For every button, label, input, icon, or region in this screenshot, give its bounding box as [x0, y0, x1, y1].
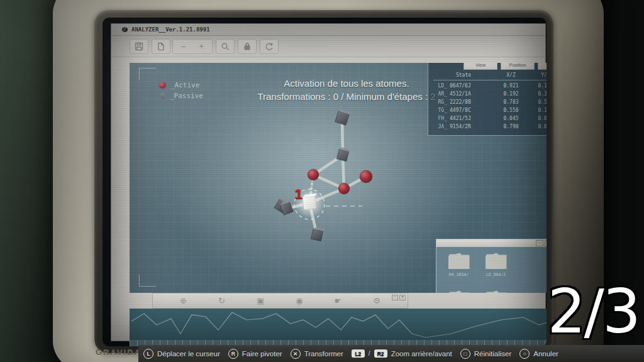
page-icon: [157, 42, 165, 51]
table-cell: 0.320: [528, 91, 547, 97]
folder-icon: [448, 291, 470, 293]
folder-item[interactable]: LD_96A/2: [477, 250, 514, 287]
table-cell: RG_: [433, 99, 450, 105]
table-cell: 0.183: [528, 107, 547, 113]
hand-icon[interactable]: ☛: [335, 296, 342, 305]
column-state: State: [433, 72, 494, 78]
cross-button-icon: ✕: [291, 349, 301, 359]
panel-titlebar: – ✕: [436, 239, 547, 247]
table-cell: 0.192: [494, 91, 528, 97]
folders-panel: – ✕ R4_3854/LD_96A/2JA_9154RG_8374/GG_44…: [436, 239, 547, 293]
rotate-icon[interactable]: ↻: [218, 296, 225, 305]
box-select-icon[interactable]: ▣: [257, 296, 264, 305]
table-tab-edit[interactable]: Edit: [538, 63, 547, 70]
table-cell: 0.790: [494, 124, 528, 129]
lock-icon: [243, 42, 252, 51]
screen-glow: [174, 72, 469, 293]
new-document-button[interactable]: [152, 39, 170, 54]
save-button[interactable]: [130, 39, 148, 54]
close-button[interactable]: ✕: [399, 295, 406, 300]
viewer-toolbar-icons: ⊕↻▣◉☛⚙: [153, 293, 408, 308]
control-hint-label: Faire pivoter: [242, 350, 282, 358]
analyzer-logo-icon: [121, 26, 128, 33]
table-cell: 4512/1A: [450, 91, 494, 97]
reset-view-button[interactable]: [260, 39, 279, 54]
table-cell: 0.153: [528, 83, 547, 89]
control-hint: ○Annuler: [519, 349, 558, 359]
table-tab-view[interactable]: View: [464, 63, 497, 70]
state-table-panel: – ✕ ViewPositionEdit State X/Z Y/Z LD_06…: [428, 63, 547, 136]
active-atom[interactable]: [360, 170, 372, 183]
folder-item[interactable]: RG_8374/: [477, 287, 514, 293]
control-hint-label: Annuler: [533, 350, 558, 358]
r-stick-icon: R: [228, 349, 238, 359]
viewer-toolbar: ⊕↻▣◉☛⚙ – ✕: [152, 293, 408, 309]
active-atom[interactable]: [308, 169, 319, 180]
control-hint: □Réinitialiser: [460, 349, 511, 359]
table-tab-position[interactable]: Position: [501, 63, 535, 70]
minimize-button[interactable]: –: [392, 295, 398, 300]
table-cell: AR_: [433, 91, 450, 97]
table-cell: JA_: [433, 124, 450, 129]
eye-icon[interactable]: ◉: [296, 296, 303, 305]
table-tab-bar: ViewPositionEdit: [464, 63, 547, 70]
window-title: ANALYZER__Ver.1.21.8991: [131, 26, 210, 33]
table-cell: 0647/6J: [450, 83, 494, 89]
table-cell: 0.550: [494, 107, 528, 113]
table-body: LD_0647/6J0.9210.153AR_4512/1A0.1920.320…: [433, 82, 547, 131]
table-cell: 0.783: [494, 99, 528, 105]
minimize-button[interactable]: –: [536, 240, 543, 246]
zoom-out-label[interactable]: –: [181, 42, 186, 51]
control-hint: L2/R2Zoom arrière/avant: [352, 349, 452, 358]
puzzle-progress: 2/3: [548, 282, 640, 342]
l-stick-icon: L: [143, 349, 153, 359]
folder-item[interactable]: JA_9154: [440, 287, 477, 293]
table-cell: 0.634: [528, 124, 547, 129]
table-row[interactable]: AR_4512/1A0.1920.320: [433, 90, 547, 98]
zoom-stepper[interactable]: – +: [172, 39, 213, 54]
table-cell: 2222/8B: [450, 99, 494, 105]
folder-grid: R4_3854/LD_96A/2JA_9154RG_8374/GG_4497/: [440, 250, 547, 293]
table-cell: 9154/2R: [450, 124, 494, 129]
magnifier-icon: [221, 42, 230, 51]
control-hints: LDéplacer le curseurRFaire pivoter✕Trans…: [143, 349, 558, 359]
column-xz: X/Z: [494, 72, 528, 78]
table-cell: LD_: [433, 83, 450, 89]
close-button[interactable]: ✕: [545, 240, 547, 246]
table-row[interactable]: RG_2222/8B0.7830.594: [433, 98, 547, 106]
zoom-in-label[interactable]: +: [199, 42, 204, 51]
monitor-brand: GRAVIDA: [96, 348, 142, 357]
table-row[interactable]: TG_4497/8C0.5500.183: [433, 106, 547, 114]
table-cell: FH_: [433, 116, 450, 121]
analyzer-window: ANALYZER__Ver.1.21.8991 – +: [111, 23, 546, 341]
lock-button[interactable]: [238, 39, 257, 54]
search-button[interactable]: [216, 39, 235, 54]
folder-label: LD_96A/2: [486, 272, 506, 277]
table-cell: TG_: [433, 107, 450, 113]
r2-button-icon: R2: [374, 349, 387, 358]
gear-icon[interactable]: ⚙: [373, 296, 380, 305]
floppy-icon: [135, 42, 143, 51]
active-atom[interactable]: [338, 183, 350, 194]
table-row[interactable]: LD_0647/6J0.9210.153: [433, 82, 547, 90]
move-icon[interactable]: ⊕: [180, 296, 187, 305]
waveform-strip: [130, 309, 547, 346]
control-hint: RFaire pivoter: [228, 349, 282, 359]
table-row[interactable]: JA_9154/2R0.7900.634: [433, 123, 547, 131]
folder-icon: [486, 291, 507, 293]
control-hint: LDéplacer le curseur: [143, 349, 220, 359]
control-hint-label: Déplacer le curseur: [157, 350, 220, 358]
control-hint-label: Zoom arrière/avant: [391, 350, 452, 358]
table-header: State X/Z Y/Z: [433, 72, 547, 78]
square-button-icon: □: [460, 349, 470, 359]
folder-item[interactable]: R4_3854/: [440, 250, 477, 287]
folder-icon: [486, 253, 507, 269]
selected-atom-number: 1: [294, 186, 302, 202]
molecule-viewport: _Active _Passive Activation de tous les …: [130, 63, 547, 293]
table-row[interactable]: FH_4421/5J0.0450.842: [433, 114, 547, 123]
control-hint-label: Réinitialiser: [474, 350, 511, 358]
table-cell: 0.842: [528, 116, 547, 121]
table-cell: 0.045: [494, 116, 528, 121]
window-toolbar: – +: [111, 36, 545, 57]
window-titlebar: ANALYZER__Ver.1.21.8991: [111, 24, 545, 36]
